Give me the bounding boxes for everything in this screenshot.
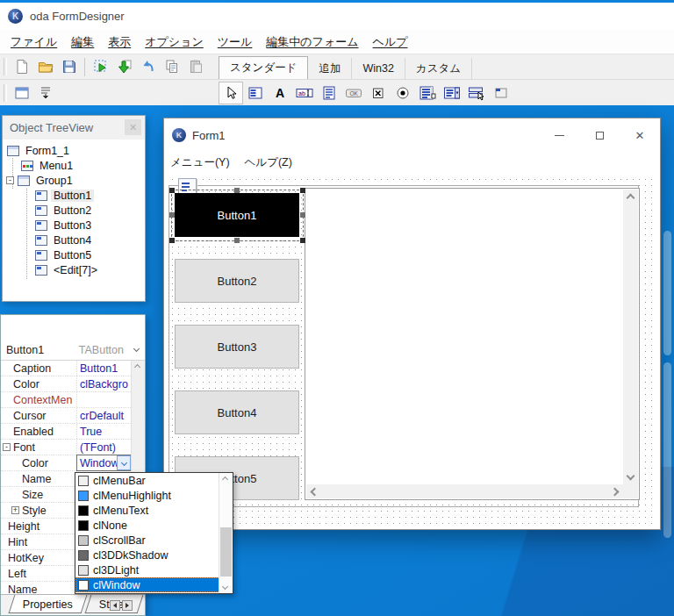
tab-properties[interactable]: Properties bbox=[9, 595, 88, 613]
property-row-font[interactable]: - Font (TFont) bbox=[1, 440, 145, 455]
save-button[interactable] bbox=[57, 56, 81, 78]
palette-cursor[interactable] bbox=[219, 82, 243, 104]
property-value[interactable]: clBackgro bbox=[77, 378, 131, 390]
tree-item-button5[interactable]: Button5 bbox=[3, 247, 145, 262]
palette-combobox[interactable] bbox=[440, 82, 464, 104]
scroll-down-icon[interactable] bbox=[627, 472, 635, 481]
property-value[interactable]: (TFont) bbox=[77, 441, 131, 454]
tree-item-form1[interactable]: Form1_1 bbox=[3, 143, 145, 158]
palette-button[interactable]: OK bbox=[341, 82, 366, 104]
menu-view[interactable]: 表示 bbox=[101, 32, 138, 53]
tab-additional[interactable]: 追加 bbox=[308, 58, 352, 79]
tab-custom[interactable]: カスタム bbox=[405, 58, 472, 79]
property-value-editor[interactable]: Window bbox=[77, 455, 131, 470]
form1-titlebar[interactable]: K Form1 ✕ bbox=[164, 118, 660, 152]
menu-options[interactable]: オプション bbox=[138, 32, 211, 53]
scroll-right-icon[interactable] bbox=[611, 488, 620, 497]
tab-scroll-left-button[interactable] bbox=[110, 600, 120, 611]
tab-standard[interactable]: スタンダード bbox=[219, 56, 308, 80]
copy-button[interactable] bbox=[160, 56, 183, 78]
collapse-expander-icon[interactable]: - bbox=[6, 176, 14, 184]
inspector-close-button[interactable]: ✕ bbox=[124, 319, 141, 335]
palette-edit[interactable]: ab bbox=[292, 82, 317, 104]
object-inspector-titlebar[interactable]: Object Inspector ✕ bbox=[1, 315, 145, 340]
scroll-up-icon[interactable] bbox=[222, 476, 228, 483]
selection-handle[interactable] bbox=[169, 188, 175, 193]
color-option-clmenutext[interactable]: clMenuText bbox=[75, 503, 233, 518]
scroll-left-icon[interactable] bbox=[311, 488, 319, 497]
property-row-enabled[interactable]: Enabled True bbox=[1, 424, 145, 440]
property-value[interactable]: Button1 bbox=[77, 362, 131, 375]
tab-scroll-right-button[interactable] bbox=[122, 600, 133, 611]
palette-mainmenu[interactable] bbox=[243, 82, 268, 104]
selection-handle[interactable] bbox=[300, 212, 305, 218]
color-option-clnone[interactable]: clNone bbox=[75, 518, 233, 533]
menu-edit[interactable]: 編集 bbox=[64, 32, 101, 53]
chevron-down-icon[interactable] bbox=[133, 346, 140, 352]
component-list-button[interactable] bbox=[33, 82, 57, 104]
property-value[interactable]: True bbox=[77, 426, 131, 438]
scrollbar-thumb[interactable] bbox=[220, 527, 232, 577]
color-option-cl3ddkshadow[interactable]: cl3DDkShadow bbox=[75, 548, 233, 562]
paste-button[interactable] bbox=[183, 56, 207, 78]
undo-button[interactable] bbox=[136, 56, 160, 78]
tree-item-button1[interactable]: Button1 bbox=[3, 188, 145, 203]
color-option-clscrollbar[interactable]: clScrollBar bbox=[75, 533, 233, 548]
selection-handle[interactable] bbox=[300, 188, 305, 193]
property-row-caption[interactable]: Caption Button1 bbox=[1, 361, 145, 376]
selection-handle[interactable] bbox=[169, 212, 175, 218]
scroll-up-icon[interactable] bbox=[627, 194, 635, 203]
tree-item-menu1[interactable]: Menu1 bbox=[3, 158, 145, 173]
property-row-color[interactable]: Color clBackgro bbox=[1, 376, 145, 392]
minimize-button[interactable] bbox=[539, 118, 579, 152]
tree-item-button4[interactable]: Button4 bbox=[3, 233, 145, 247]
object-selector-combo[interactable]: Button1 TAButton bbox=[1, 340, 145, 361]
selection-handle[interactable] bbox=[234, 188, 240, 193]
property-row-font-color[interactable]: Color Window bbox=[1, 455, 145, 471]
treeview-close-button[interactable]: ✕ bbox=[125, 119, 141, 135]
form-menu-help[interactable]: ヘルプ(Z) bbox=[245, 153, 300, 173]
memo-vertical-scrollbar[interactable] bbox=[623, 190, 638, 484]
form-menu-menu[interactable]: メニュー(Y) bbox=[170, 153, 238, 173]
scroll-up-icon[interactable] bbox=[134, 364, 140, 370]
selection-handle[interactable] bbox=[300, 238, 305, 243]
generate-code-button[interactable] bbox=[112, 56, 136, 78]
close-button[interactable]: ✕ bbox=[620, 118, 660, 152]
menu-file[interactable]: ファイル bbox=[4, 32, 64, 53]
menu-tools[interactable]: ツール bbox=[211, 32, 260, 53]
tree-item-button2[interactable]: Button2 bbox=[3, 203, 145, 218]
color-option-clmenubar[interactable]: clMenuBar bbox=[75, 473, 233, 488]
designed-button2[interactable]: Button2 bbox=[175, 259, 299, 303]
designed-button3[interactable]: Button3 bbox=[175, 325, 299, 369]
palette-scrollbar[interactable] bbox=[464, 82, 489, 104]
tab-win32[interactable]: Win32 bbox=[352, 58, 405, 79]
open-file-button[interactable] bbox=[33, 56, 57, 78]
palette-label[interactable]: A bbox=[268, 82, 292, 104]
form-designer-surface[interactable]: Button1 Button2 Button3 Button4 Button5 bbox=[167, 174, 657, 526]
palette-radiobutton[interactable] bbox=[391, 82, 415, 104]
menu-editing-form[interactable]: 編集中のフォーム bbox=[259, 32, 365, 53]
show-form-button[interactable] bbox=[10, 82, 33, 104]
selection-handle[interactable] bbox=[234, 238, 240, 243]
new-document-button[interactable] bbox=[10, 56, 33, 78]
property-row-contextmenu[interactable]: ContextMen bbox=[1, 392, 145, 408]
dropdown-scrollbar[interactable] bbox=[219, 473, 233, 593]
palette-checkbox[interactable] bbox=[366, 82, 391, 104]
scroll-down-icon[interactable] bbox=[222, 584, 228, 590]
edit7-memo[interactable] bbox=[305, 188, 640, 500]
property-value[interactable]: crDefault bbox=[77, 410, 131, 422]
palette-panel[interactable] bbox=[489, 82, 513, 104]
designed-button4[interactable]: Button4 bbox=[175, 390, 299, 434]
palette-memo[interactable] bbox=[317, 82, 341, 104]
preview-form-button[interactable] bbox=[89, 56, 112, 78]
color-option-clmenuhighlight[interactable]: clMenuHighlight bbox=[75, 488, 233, 503]
selection-handle[interactable] bbox=[169, 238, 175, 243]
object-treeview-titlebar[interactable]: Object TreeView ✕ bbox=[3, 116, 145, 140]
color-option-cl3dlight[interactable]: cl3DLight bbox=[75, 562, 233, 577]
menu-help[interactable]: ヘルプ bbox=[366, 32, 415, 53]
tree-item-group1[interactable]: - Group1 bbox=[3, 173, 145, 188]
memo-horizontal-scrollbar[interactable] bbox=[306, 484, 623, 498]
palette-listbox[interactable] bbox=[415, 82, 440, 104]
maximize-button[interactable] bbox=[579, 118, 620, 152]
color-combo-button[interactable] bbox=[117, 455, 131, 470]
